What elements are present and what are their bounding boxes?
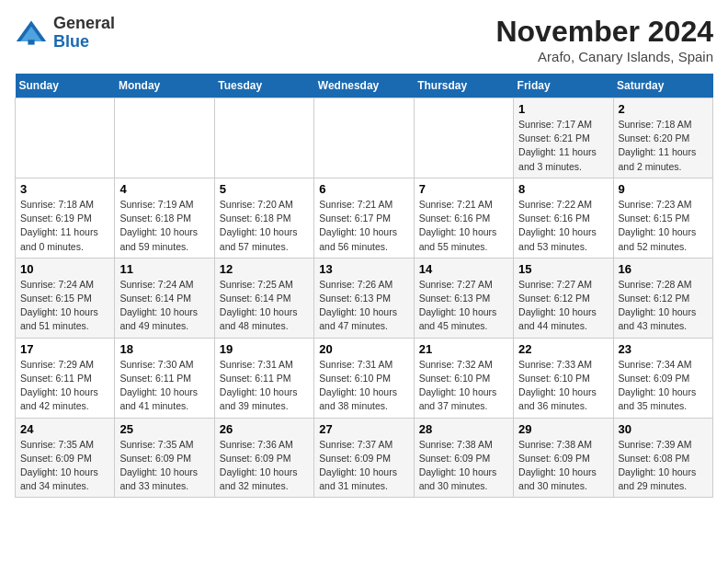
day-of-week-header: Wednesday	[314, 74, 414, 98]
day-info: Sunrise: 7:38 AM Sunset: 6:09 PM Dayligh…	[518, 438, 608, 494]
day-number: 7	[419, 182, 508, 196]
day-info: Sunrise: 7:18 AM Sunset: 6:19 PM Dayligh…	[20, 198, 109, 254]
calendar-cell	[414, 98, 513, 178]
day-info: Sunrise: 7:22 AM Sunset: 6:16 PM Dayligh…	[518, 198, 608, 254]
day-number: 14	[419, 262, 508, 276]
calendar-cell: 22Sunrise: 7:33 AM Sunset: 6:10 PM Dayli…	[514, 338, 613, 418]
day-info: Sunrise: 7:31 AM Sunset: 6:10 PM Dayligh…	[319, 358, 408, 414]
calendar-cell: 17Sunrise: 7:29 AM Sunset: 6:11 PM Dayli…	[16, 338, 115, 418]
day-info: Sunrise: 7:18 AM Sunset: 6:20 PM Dayligh…	[619, 118, 708, 174]
calendar-cell: 15Sunrise: 7:27 AM Sunset: 6:12 PM Dayli…	[514, 258, 613, 338]
day-info: Sunrise: 7:21 AM Sunset: 6:17 PM Dayligh…	[319, 198, 408, 254]
calendar-cell: 29Sunrise: 7:38 AM Sunset: 6:09 PM Dayli…	[514, 418, 613, 498]
header-row: SundayMondayTuesdayWednesdayThursdayFrid…	[16, 74, 713, 98]
calendar-cell: 5Sunrise: 7:20 AM Sunset: 6:18 PM Daylig…	[214, 178, 313, 258]
day-number: 21	[419, 342, 508, 356]
day-number: 30	[619, 422, 708, 436]
day-number: 18	[119, 342, 209, 356]
calendar-cell: 7Sunrise: 7:21 AM Sunset: 6:16 PM Daylig…	[414, 178, 513, 258]
day-number: 13	[319, 262, 408, 276]
calendar-cell: 30Sunrise: 7:39 AM Sunset: 6:08 PM Dayli…	[613, 418, 712, 498]
day-info: Sunrise: 7:31 AM Sunset: 6:11 PM Dayligh…	[220, 358, 309, 414]
day-info: Sunrise: 7:35 AM Sunset: 6:09 PM Dayligh…	[119, 438, 209, 494]
title-area: November 2024 Arafo, Canary Islands, Spa…	[495, 15, 713, 64]
calendar-cell: 19Sunrise: 7:31 AM Sunset: 6:11 PM Dayli…	[214, 338, 313, 418]
calendar-cell: 27Sunrise: 7:37 AM Sunset: 6:09 PM Dayli…	[314, 418, 414, 498]
day-info: Sunrise: 7:21 AM Sunset: 6:16 PM Dayligh…	[419, 198, 508, 254]
day-number: 8	[518, 182, 608, 196]
calendar-week-row: 17Sunrise: 7:29 AM Sunset: 6:11 PM Dayli…	[16, 338, 713, 418]
day-of-week-header: Monday	[115, 74, 214, 98]
day-info: Sunrise: 7:35 AM Sunset: 6:09 PM Dayligh…	[20, 438, 109, 494]
day-number: 29	[518, 422, 608, 436]
calendar-cell	[214, 98, 313, 178]
day-number: 24	[20, 422, 109, 436]
day-info: Sunrise: 7:27 AM Sunset: 6:12 PM Dayligh…	[518, 278, 608, 334]
calendar-cell: 8Sunrise: 7:22 AM Sunset: 6:16 PM Daylig…	[514, 178, 613, 258]
logo-text: General Blue	[53, 15, 115, 52]
day-of-week-header: Thursday	[414, 74, 513, 98]
calendar-cell: 6Sunrise: 7:21 AM Sunset: 6:17 PM Daylig…	[314, 178, 414, 258]
day-info: Sunrise: 7:24 AM Sunset: 6:15 PM Dayligh…	[20, 278, 109, 334]
calendar-cell: 1Sunrise: 7:17 AM Sunset: 6:21 PM Daylig…	[514, 98, 613, 178]
day-number: 11	[119, 262, 209, 276]
calendar-cell: 12Sunrise: 7:25 AM Sunset: 6:14 PM Dayli…	[214, 258, 313, 338]
day-number: 23	[619, 342, 708, 356]
day-info: Sunrise: 7:29 AM Sunset: 6:11 PM Dayligh…	[20, 358, 109, 414]
day-number: 22	[518, 342, 608, 356]
day-number: 26	[220, 422, 309, 436]
calendar-cell: 23Sunrise: 7:34 AM Sunset: 6:09 PM Dayli…	[613, 338, 712, 418]
calendar-cell: 24Sunrise: 7:35 AM Sunset: 6:09 PM Dayli…	[16, 418, 115, 498]
day-number: 19	[220, 342, 309, 356]
day-info: Sunrise: 7:38 AM Sunset: 6:09 PM Dayligh…	[419, 438, 508, 494]
day-number: 2	[619, 102, 708, 116]
day-info: Sunrise: 7:33 AM Sunset: 6:10 PM Dayligh…	[518, 358, 608, 414]
month-title: November 2024	[495, 15, 713, 49]
calendar-cell: 21Sunrise: 7:32 AM Sunset: 6:10 PM Dayli…	[414, 338, 513, 418]
day-number: 1	[518, 102, 608, 116]
day-number: 5	[220, 182, 309, 196]
day-number: 17	[20, 342, 109, 356]
day-info: Sunrise: 7:17 AM Sunset: 6:21 PM Dayligh…	[518, 118, 608, 174]
calendar-body: 1Sunrise: 7:17 AM Sunset: 6:21 PM Daylig…	[16, 98, 713, 498]
calendar-cell: 18Sunrise: 7:30 AM Sunset: 6:11 PM Dayli…	[115, 338, 214, 418]
calendar-cell: 14Sunrise: 7:27 AM Sunset: 6:13 PM Dayli…	[414, 258, 513, 338]
day-number: 12	[220, 262, 309, 276]
calendar-cell: 26Sunrise: 7:36 AM Sunset: 6:09 PM Dayli…	[214, 418, 313, 498]
day-number: 25	[119, 422, 209, 436]
day-number: 28	[419, 422, 508, 436]
calendar-cell: 28Sunrise: 7:38 AM Sunset: 6:09 PM Dayli…	[414, 418, 513, 498]
logo: General Blue	[15, 15, 115, 52]
day-number: 3	[20, 182, 109, 196]
logo-icon	[15, 17, 48, 50]
day-info: Sunrise: 7:20 AM Sunset: 6:18 PM Dayligh…	[220, 198, 309, 254]
day-info: Sunrise: 7:32 AM Sunset: 6:10 PM Dayligh…	[419, 358, 508, 414]
svg-rect-2	[28, 40, 34, 44]
day-info: Sunrise: 7:28 AM Sunset: 6:12 PM Dayligh…	[619, 278, 708, 334]
calendar-cell: 11Sunrise: 7:24 AM Sunset: 6:14 PM Dayli…	[115, 258, 214, 338]
logo-blue: Blue	[53, 32, 89, 51]
day-number: 16	[619, 262, 708, 276]
page-header: General Blue November 2024 Arafo, Canary…	[15, 15, 713, 64]
day-info: Sunrise: 7:36 AM Sunset: 6:09 PM Dayligh…	[220, 438, 309, 494]
day-number: 27	[319, 422, 408, 436]
day-of-week-header: Sunday	[16, 74, 115, 98]
calendar-header: SundayMondayTuesdayWednesdayThursdayFrid…	[16, 74, 713, 98]
day-info: Sunrise: 7:39 AM Sunset: 6:08 PM Dayligh…	[619, 438, 708, 494]
calendar-table: SundayMondayTuesdayWednesdayThursdayFrid…	[15, 74, 713, 498]
calendar-cell: 13Sunrise: 7:26 AM Sunset: 6:13 PM Dayli…	[314, 258, 414, 338]
day-info: Sunrise: 7:37 AM Sunset: 6:09 PM Dayligh…	[319, 438, 408, 494]
calendar-week-row: 1Sunrise: 7:17 AM Sunset: 6:21 PM Daylig…	[16, 98, 713, 178]
day-info: Sunrise: 7:26 AM Sunset: 6:13 PM Dayligh…	[319, 278, 408, 334]
calendar-cell: 16Sunrise: 7:28 AM Sunset: 6:12 PM Dayli…	[613, 258, 712, 338]
calendar-cell: 4Sunrise: 7:19 AM Sunset: 6:18 PM Daylig…	[115, 178, 214, 258]
day-number: 15	[518, 262, 608, 276]
calendar-cell: 25Sunrise: 7:35 AM Sunset: 6:09 PM Dayli…	[115, 418, 214, 498]
day-info: Sunrise: 7:19 AM Sunset: 6:18 PM Dayligh…	[119, 198, 209, 254]
day-of-week-header: Tuesday	[214, 74, 313, 98]
day-number: 6	[319, 182, 408, 196]
day-of-week-header: Saturday	[613, 74, 712, 98]
calendar-cell	[16, 98, 115, 178]
logo-general: General	[53, 14, 115, 32]
day-of-week-header: Friday	[514, 74, 613, 98]
